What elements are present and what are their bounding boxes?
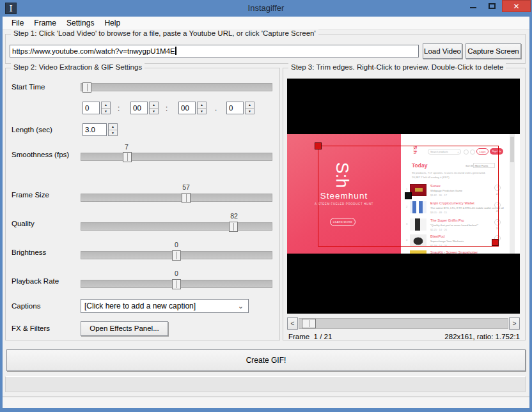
menu-item-frame[interactable]: Frame <box>29 17 61 30</box>
playback-rate-value: 0 <box>168 270 185 277</box>
close-icon: ✕ <box>513 2 519 11</box>
progress-bar <box>5 376 526 392</box>
maximize-button[interactable] <box>483 0 502 12</box>
scroll-right-button[interactable]: > <box>509 317 520 330</box>
quality-slider-handle[interactable] <box>229 222 238 232</box>
frame-size-label: Frame Size <box>12 191 49 199</box>
captions-dropdown[interactable]: [Click here to add a new caption] ⌄ <box>81 299 249 313</box>
frame-scrollbar: < > <box>287 317 520 330</box>
create-gif-button[interactable]: Create GIF! <box>6 349 526 371</box>
quality-label: Quality <box>12 220 35 227</box>
time-separator: . <box>215 104 217 112</box>
trim-handle-top-left[interactable] <box>315 142 322 149</box>
trim-handle-center[interactable] <box>405 192 412 199</box>
menu-bar: File Frame Settings Help <box>3 17 529 30</box>
hours-value[interactable]: 0 <box>82 102 100 114</box>
minimize-button[interactable] <box>464 0 483 12</box>
step3-legend: Step 3: Trim edges. Right-Click to previ… <box>288 63 506 71</box>
step3-group: Step 3: Trim edges. Right-Click to previ… <box>283 68 526 340</box>
menu-item-file[interactable]: File <box>6 17 29 30</box>
length-spinner[interactable]: 3.0 ▲▼ <box>82 123 118 136</box>
capture-screen-button[interactable]: Capture Screen <box>465 43 521 59</box>
minutes-value[interactable]: 00 <box>130 102 148 114</box>
product-title: SnapKit - Screen Snapshotter <box>430 250 478 254</box>
hours-spinner[interactable]: 0 ▲▼ <box>82 102 111 114</box>
close-button[interactable]: ✕ <box>502 0 531 12</box>
playback-rate-slider[interactable] <box>81 280 272 288</box>
step1-legend: Step 1: Click 'Load Video' to browse for… <box>11 29 318 37</box>
spin-up-icon[interactable]: ▲ <box>109 124 117 130</box>
step2-legend: Step 2: Video Extraction & GIF Settings <box>11 63 145 71</box>
quality-slider[interactable] <box>81 222 272 231</box>
fx-filters-label: FX & Filters <box>12 324 50 332</box>
length-label: Length (sec) <box>12 126 52 134</box>
playback-rate-label: Playback Rate <box>12 277 59 285</box>
tenths-value[interactable]: 0 <box>226 102 244 114</box>
playback-rate-slider-handle[interactable] <box>172 279 181 289</box>
spin-down-icon[interactable]: ▼ <box>150 108 158 114</box>
spin-down-icon[interactable]: ▼ <box>109 130 117 136</box>
app-window: I Instagiffer ✕ File Frame Settings Help… <box>0 0 532 412</box>
time-separator: : <box>118 104 120 112</box>
start-time-slider-handle[interactable] <box>82 82 91 93</box>
chevron-down-icon: ⌄ <box>238 300 244 312</box>
site-page-scrollbar-thumb <box>510 137 514 162</box>
frame-scrollbar-thumb[interactable] <box>302 319 316 328</box>
window-title: Instagiffer <box>0 0 532 17</box>
smoothness-label: Smoothness (fps) <box>12 151 69 158</box>
step2-group: Step 2: Video Extraction & GIF Settings … <box>5 68 280 340</box>
tenths-spinner[interactable]: 0 ▲▼ <box>226 102 254 114</box>
brightness-slider[interactable] <box>81 251 272 259</box>
trim-dimensions: 282x161, ratio: 1.752:1 <box>444 333 520 340</box>
spin-up-icon[interactable]: ▲ <box>246 102 254 108</box>
brightness-value: 0 <box>168 241 185 248</box>
video-preview[interactable]: S:h Steemhunt A STEEM FUELED PRODUCT HUN… <box>287 79 520 314</box>
frame-size-slider[interactable] <box>81 194 272 202</box>
step1-group: Step 1: Click 'Load Video' to browse for… <box>5 34 526 64</box>
spin-down-icon[interactable]: ▼ <box>198 108 206 114</box>
quality-value: 82 <box>226 212 242 220</box>
captions-label: Captions <box>12 302 40 310</box>
spin-up-icon[interactable]: ▲ <box>150 102 158 108</box>
title-bar: I Instagiffer ✕ <box>0 0 532 17</box>
product-icon <box>410 250 426 254</box>
frame-size-slider-handle[interactable] <box>182 193 191 203</box>
spin-down-icon[interactable]: ▼ <box>102 108 110 114</box>
start-time-slider[interactable] <box>81 83 272 91</box>
seconds-spinner[interactable]: 00 ▲▼ <box>178 102 207 114</box>
maximize-icon <box>489 3 496 9</box>
spin-down-icon[interactable]: ▼ <box>246 108 254 114</box>
smoothness-value: 7 <box>118 143 135 151</box>
frame-size-value: 57 <box>178 183 194 191</box>
length-value[interactable]: 3.0 <box>82 123 107 136</box>
url-input[interactable]: https://www.youtube.com/watch?v=tnwygpU1… <box>10 45 419 57</box>
product-row: 5 SnapKit - Screen Snapshotter <box>401 249 515 254</box>
url-text: https://www.youtube.com/watch?v=tnwygpU1… <box>12 47 175 55</box>
captions-dropdown-value: [Click here to add a new caption] <box>84 301 196 310</box>
brightness-slider-handle[interactable] <box>172 250 181 261</box>
load-video-button[interactable]: Load Video <box>423 43 462 59</box>
trim-handle-bottom-right[interactable] <box>492 239 499 246</box>
spin-up-icon[interactable]: ▲ <box>102 102 110 108</box>
minimize-icon <box>470 7 476 8</box>
open-effects-panel-button[interactable]: Open Effects Panel... <box>81 321 168 336</box>
frame-counter: Frame 1 / 21 <box>288 333 332 340</box>
spin-up-icon[interactable]: ▲ <box>198 102 206 108</box>
smoothness-slider[interactable] <box>81 153 272 161</box>
seconds-value[interactable]: 00 <box>178 102 196 114</box>
frame-scrollbar-track[interactable] <box>299 318 508 329</box>
scroll-left-button[interactable]: < <box>287 317 298 330</box>
site-page-scrollbar <box>510 134 515 254</box>
status-bar <box>3 396 529 408</box>
time-separator: : <box>166 104 168 112</box>
text-caret <box>175 47 176 55</box>
menu-item-help[interactable]: Help <box>99 17 125 30</box>
minutes-spinner[interactable]: 00 ▲▼ <box>130 102 159 114</box>
start-time-label: Start Time <box>12 83 45 91</box>
smoothness-slider-handle[interactable] <box>123 152 132 162</box>
client-area: File Frame Settings Help Step 1: Click '… <box>3 17 529 408</box>
menu-item-settings[interactable]: Settings <box>61 17 99 30</box>
brightness-label: Brightness <box>12 248 46 256</box>
